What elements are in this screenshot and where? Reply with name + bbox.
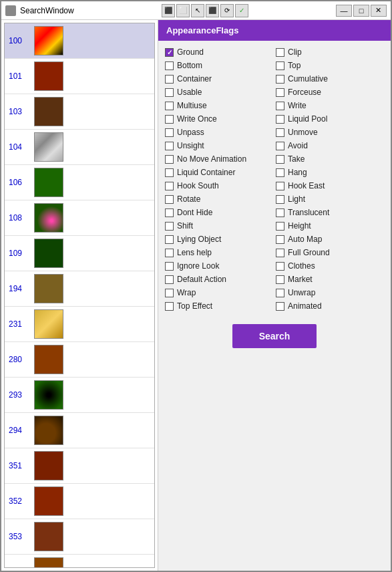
list-item[interactable]: 353	[5, 519, 154, 555]
flag-checkbox-wrap[interactable]	[165, 289, 174, 297]
flag-checkbox-ground[interactable]: ✓	[165, 48, 174, 57]
flag-checkbox-hook-south[interactable]	[165, 182, 174, 190]
flag-item-shift[interactable]: Shift	[165, 220, 273, 232]
list-item[interactable]: 280	[5, 342, 154, 378]
list-item[interactable]: 351	[5, 448, 154, 484]
flag-checkbox-full-ground[interactable]	[276, 249, 284, 257]
flag-item-full-ground[interactable]: Full Ground	[276, 247, 384, 259]
flag-checkbox-animated[interactable]	[276, 302, 284, 311]
toolbar-btn-6[interactable]: ✓	[235, 4, 248, 17]
toolbar-btn-5[interactable]: ⟳	[220, 4, 234, 17]
flag-item-rotate[interactable]: Rotate	[165, 193, 273, 205]
flag-checkbox-rotate[interactable]	[165, 195, 174, 204]
flag-checkbox-write-once[interactable]	[165, 115, 174, 124]
flag-checkbox-dont-hide[interactable]	[165, 208, 174, 217]
minimize-button[interactable]: —	[336, 5, 352, 17]
flag-checkbox-hook-east[interactable]	[276, 182, 284, 190]
list-item[interactable]: 100	[5, 23, 154, 59]
list-item[interactable]: 194	[5, 271, 154, 307]
flag-item-write[interactable]: Write	[276, 100, 384, 112]
flag-item-top[interactable]: Top	[276, 59, 384, 72]
flag-item-top-effect[interactable]: Top Effect	[165, 300, 273, 312]
flag-item-forceuse[interactable]: Forceuse	[276, 86, 384, 98]
flag-checkbox-unpass[interactable]	[165, 128, 174, 137]
flag-item-take[interactable]: Take	[276, 153, 384, 165]
list-item[interactable]: 294	[5, 413, 154, 448]
flag-checkbox-default-action[interactable]	[165, 275, 174, 284]
flag-item-unsight[interactable]: Unsight	[165, 140, 273, 152]
flag-checkbox-shift[interactable]	[165, 222, 174, 231]
flag-checkbox-market[interactable]	[276, 275, 284, 284]
flag-item-no-move-animation[interactable]: No Move Animation	[165, 153, 273, 165]
flag-item-hang[interactable]: Hang	[276, 166, 384, 178]
flag-item-multiuse[interactable]: Multiuse	[165, 100, 273, 112]
flag-item-lying-object[interactable]: Lying Object	[165, 233, 273, 245]
flag-item-wrap[interactable]: Wrap	[165, 287, 273, 299]
flag-item-clip[interactable]: Clip	[276, 46, 384, 58]
flag-item-ground[interactable]: ✓Ground	[165, 46, 273, 58]
flag-item-hook-east[interactable]: Hook East	[276, 180, 384, 192]
flag-item-cumulative[interactable]: Cumulative	[276, 73, 384, 85]
list-item[interactable]: 354	[5, 555, 154, 568]
flag-checkbox-lying-object[interactable]	[165, 235, 174, 244]
flag-checkbox-unsight[interactable]	[165, 142, 174, 150]
flag-checkbox-liquid-pool[interactable]	[276, 115, 284, 124]
toolbar-btn-1[interactable]: ⬛	[162, 4, 175, 17]
flag-checkbox-top[interactable]	[276, 61, 284, 70]
flag-checkbox-unwrap[interactable]	[276, 289, 284, 297]
flag-checkbox-hang[interactable]	[276, 168, 284, 177]
toolbar-btn-3[interactable]: ↖	[191, 4, 204, 17]
flag-checkbox-translucent[interactable]	[276, 208, 284, 217]
list-item[interactable]: 106	[5, 165, 154, 200]
flag-item-liquid-pool[interactable]: Liquid Pool	[276, 113, 384, 125]
flag-checkbox-auto-map[interactable]	[276, 235, 284, 244]
flag-checkbox-clip[interactable]	[276, 48, 284, 57]
flag-checkbox-write[interactable]	[276, 102, 284, 110]
flag-checkbox-clothes[interactable]	[276, 262, 284, 271]
flag-item-bottom[interactable]: Bottom	[165, 59, 273, 72]
flag-item-dont-hide[interactable]: Dont Hide	[165, 206, 273, 219]
flag-checkbox-avoid[interactable]	[276, 142, 284, 150]
flag-checkbox-usable[interactable]	[165, 88, 174, 97]
flag-item-usable[interactable]: Usable	[165, 86, 273, 98]
list-item[interactable]: 231	[5, 307, 154, 342]
flag-item-avoid[interactable]: Avoid	[276, 140, 384, 152]
flag-item-light[interactable]: Light	[276, 193, 384, 205]
flag-checkbox-no-move-animation[interactable]	[165, 155, 174, 164]
flag-checkbox-forceuse[interactable]	[276, 88, 284, 97]
flag-item-liquid-container[interactable]: Liquid Container	[165, 166, 273, 178]
list-item[interactable]: 293	[5, 378, 154, 413]
flag-item-unwrap[interactable]: Unwrap	[276, 287, 384, 299]
flag-checkbox-liquid-container[interactable]	[165, 168, 174, 177]
flag-checkbox-unmove[interactable]	[276, 128, 284, 137]
flag-item-write-once[interactable]: Write Once	[165, 113, 273, 125]
toolbar-btn-4[interactable]: ⬛	[206, 4, 219, 17]
flag-item-lens-help[interactable]: Lens help	[165, 247, 273, 259]
flag-checkbox-ignore-look[interactable]	[165, 262, 174, 271]
search-button[interactable]: Search	[232, 324, 317, 348]
list-item[interactable]: 104	[5, 130, 154, 165]
flag-item-height[interactable]: Height	[276, 220, 384, 232]
flag-checkbox-top-effect[interactable]	[165, 302, 174, 311]
item-list[interactable]: 1001011031041061081091942312802932943513…	[4, 23, 155, 568]
list-item[interactable]: 352	[5, 484, 154, 519]
flag-item-unpass[interactable]: Unpass	[165, 126, 273, 138]
flag-checkbox-height[interactable]	[276, 222, 284, 231]
flag-item-animated[interactable]: Animated	[276, 300, 384, 312]
toolbar-btn-2[interactable]: ⬜	[176, 4, 190, 17]
flag-item-clothes[interactable]: Clothes	[276, 260, 384, 272]
flag-checkbox-bottom[interactable]	[165, 61, 174, 70]
flag-item-ignore-look[interactable]: Ignore Look	[165, 260, 273, 272]
flag-item-translucent[interactable]: Translucent	[276, 206, 384, 219]
flag-item-hook-south[interactable]: Hook South	[165, 180, 273, 192]
flag-item-auto-map[interactable]: Auto Map	[276, 233, 384, 245]
flag-checkbox-take[interactable]	[276, 155, 284, 164]
flag-checkbox-multiuse[interactable]	[165, 102, 174, 110]
flag-item-unmove[interactable]: Unmove	[276, 126, 384, 138]
flag-checkbox-cumulative[interactable]	[276, 75, 284, 84]
maximize-button[interactable]: □	[353, 5, 369, 17]
flag-checkbox-lens-help[interactable]	[165, 249, 174, 257]
close-button[interactable]: ✕	[371, 5, 387, 17]
flag-checkbox-light[interactable]	[276, 195, 284, 204]
flag-checkbox-container[interactable]	[165, 75, 174, 84]
